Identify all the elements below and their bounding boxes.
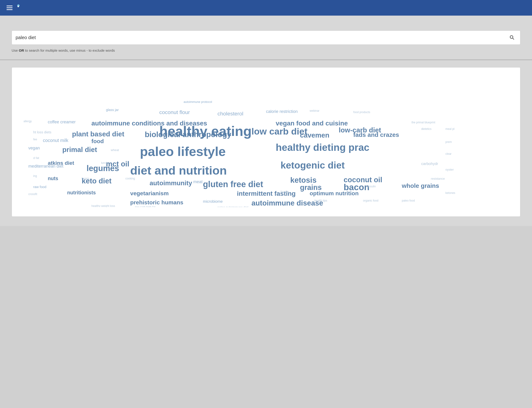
wordcloud-word[interactable]: cholesterol: [218, 111, 244, 117]
wordcloud-word[interactable]: ketogenic diet: [281, 160, 345, 170]
wordcloud-word[interactable]: optimum nutrition: [310, 190, 359, 196]
wordcloud-word[interactable]: fee: [33, 138, 37, 141]
wordcloud-word[interactable]: webinar: [310, 109, 320, 112]
wordcloud-word[interactable]: d fat: [33, 156, 39, 160]
wordcloud-word[interactable]: the primal blueprint: [412, 121, 435, 124]
wordcloud-word[interactable]: mediterranean diet: [28, 164, 63, 169]
wordcloud-word[interactable]: biological anthropology: [145, 130, 231, 139]
wordcloud-word[interactable]: nuts: [48, 176, 58, 181]
wordcloud-word[interactable]: ketones: [445, 192, 455, 195]
wordcloud-word[interactable]: calorie restriction: [266, 109, 298, 114]
wordcloud-word[interactable]: whole grains: [402, 182, 439, 189]
search-hint-or: OR: [19, 48, 24, 52]
wordcloud-word[interactable]: meat: [193, 180, 203, 184]
main-content: Use OR to search for multiple words, use…: [0, 16, 532, 59]
wordcloud-word[interactable]: primal diet: [62, 146, 97, 153]
wordcloud-word[interactable]: ht loss diets: [33, 130, 51, 134]
search-icon: [509, 34, 515, 40]
logo-wifi-icon: ●: [17, 4, 20, 7]
wordcloud-word[interactable]: plant based diet: [72, 130, 124, 138]
wordcloud-word[interactable]: autoimmune conditions and diseases: [92, 120, 207, 127]
wordcloud-word[interactable]: cavemen: [300, 131, 329, 139]
wordcloud-word[interactable]: organic food: [363, 199, 378, 202]
wordcloud-word[interactable]: healthy weight loss: [92, 204, 115, 207]
wordcloud-word[interactable]: autoimmune protocol: [184, 100, 212, 103]
wordcloud-word[interactable]: clear: [445, 153, 451, 155]
wordcloud-word[interactable]: carbohydr: [421, 162, 438, 166]
wordcloud-word[interactable]: prehistoric humans: [130, 199, 183, 205]
wordcloud-word[interactable]: paleo autoimmune diet: [218, 206, 249, 207]
wordcloud-word[interactable]: low carb high fat: [135, 206, 155, 207]
wordcloud-word[interactable]: paleo lifestyle: [140, 144, 226, 159]
wordcloud-word[interactable]: vegetarianism: [130, 190, 169, 196]
wordcloud-word[interactable]: autoimmune disease: [251, 199, 323, 207]
wordcloud-word[interactable]: ketosis: [290, 176, 316, 184]
wordcloud-word[interactable]: raw food: [33, 185, 47, 189]
wordcloud-word[interactable]: food: [92, 138, 104, 144]
wordcloud-word[interactable]: food products: [353, 111, 370, 114]
wordcloud-word[interactable]: ing: [33, 175, 37, 178]
wordcloud-word[interactable]: lunch: [101, 162, 108, 165]
wordcloud-word[interactable]: healthy dieting prac: [276, 142, 370, 153]
wordcloud-word[interactable]: health tips: [314, 199, 327, 202]
wordcloud-word[interactable]: vegan: [28, 146, 40, 151]
wordcloud-word[interactable]: oyster: [445, 168, 454, 171]
wordcloud-word[interactable]: autoimmunity: [150, 180, 192, 187]
wordcloud-word[interactable]: prem: [445, 141, 452, 144]
wordcloud-word[interactable]: insulin: [368, 185, 376, 188]
wordcloud-word[interactable]: coconut milk: [43, 138, 68, 143]
wordcloud-word[interactable]: wheat: [111, 148, 119, 152]
wordcloud-word[interactable]: beans: [82, 177, 89, 180]
wordcloud-word[interactable]: paleo food: [402, 199, 415, 202]
wordcloud-word[interactable]: fads and crazes: [353, 131, 399, 138]
wordcloud-word[interactable]: crossfit: [28, 193, 37, 196]
wordcloud-word[interactable]: coconut flour: [160, 109, 190, 115]
wordcloud-word[interactable]: gluten free diet: [203, 180, 263, 189]
wordcloud-word[interactable]: coffee creamer: [48, 120, 76, 125]
hamburger-menu-icon[interactable]: [7, 6, 13, 10]
search-container: [12, 31, 520, 45]
wordcloud-word[interactable]: low carb diet: [251, 126, 307, 136]
wordcloud-word[interactable]: diet and nutrition: [130, 164, 227, 177]
header: ●: [0, 0, 532, 16]
wordcloud-section: healthy eatingpaleo lifestylediet and nu…: [0, 60, 532, 226]
wordcloud-word[interactable]: beef: [314, 185, 320, 188]
search-button[interactable]: [507, 33, 516, 42]
wordcloud-word[interactable]: nutritionists: [67, 190, 96, 196]
wordcloud: healthy eatingpaleo lifestylediet and nu…: [24, 77, 508, 207]
search-hint: Use OR to search for multiple words, use…: [12, 48, 520, 52]
wordcloud-word[interactable]: vegan food and cuisine: [276, 120, 348, 127]
wordcloud-word[interactable]: cooking: [126, 177, 135, 180]
wordcloud-box: healthy eatingpaleo lifestylediet and nu…: [12, 67, 520, 217]
wordcloud-word[interactable]: allergy: [24, 120, 32, 123]
wordcloud-word[interactable]: microbiome: [203, 199, 223, 204]
wordcloud-word[interactable]: dietetics: [421, 128, 431, 131]
wordcloud-word[interactable]: resistance: [431, 177, 445, 180]
wordcloud-word[interactable]: foodie: [281, 190, 289, 193]
wordcloud-word[interactable]: legumes: [87, 164, 119, 173]
wordcloud-word[interactable]: glass jar: [106, 108, 119, 112]
logo: ●: [17, 4, 20, 11]
search-input[interactable]: [16, 31, 507, 44]
wordcloud-word[interactable]: meal pl: [445, 128, 455, 131]
